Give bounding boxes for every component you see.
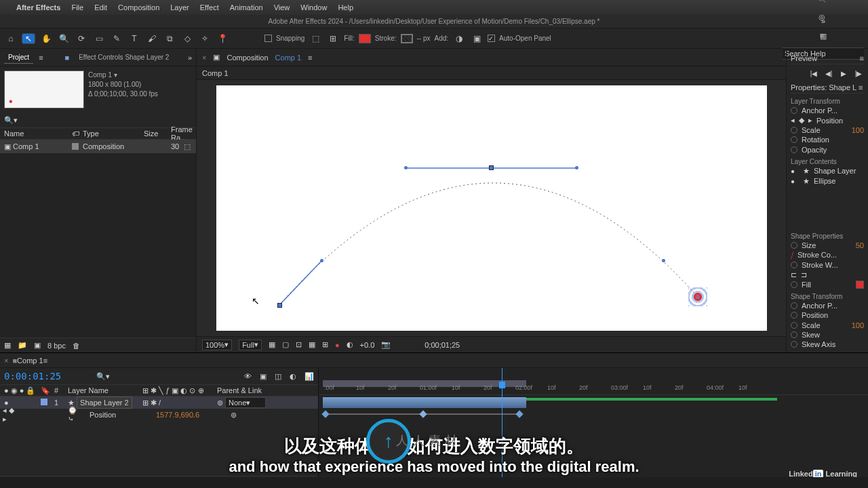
timeline-tab[interactable]: Comp 1 <box>17 357 43 365</box>
selection-tool[interactable]: ↖ <box>22 33 35 44</box>
autopanel-checkbox[interactable] <box>488 35 495 42</box>
col-type[interactable]: Type <box>83 129 144 138</box>
linecap-icon[interactable]: ⊏ <box>791 270 797 279</box>
project-search-icon[interactable]: 🔍▾ <box>4 116 18 125</box>
canvas[interactable]: ↖ <box>216 85 767 331</box>
bezier-handle-3[interactable] <box>575 166 578 169</box>
prop-size[interactable]: Size <box>802 241 816 249</box>
play-button[interactable]: ▶ <box>838 68 849 78</box>
tl-col-parent[interactable]: Parent & Link <box>217 386 262 394</box>
bezier-handle-4[interactable] <box>662 259 665 262</box>
visibility-icon-2[interactable]: ● <box>791 178 799 185</box>
folder-icon[interactable]: 📁 <box>18 341 27 350</box>
app-name[interactable]: After Effects <box>16 3 60 12</box>
zoom-tool[interactable]: 🔍 <box>57 32 71 45</box>
rect-tool[interactable]: ▭ <box>92 32 106 45</box>
menu-layer[interactable]: Layer <box>170 3 189 12</box>
keyframe-3[interactable] <box>515 410 523 418</box>
snapshot-icon[interactable]: 📷 <box>381 340 391 349</box>
bpc-toggle[interactable]: 8 bpc <box>47 342 66 350</box>
prop-stroke-width[interactable]: Stroke W... <box>802 261 838 269</box>
project-item-comp1[interactable]: ▣ Comp 1 Composition 30⬚ <box>0 140 196 153</box>
guides-icon[interactable]: ⊞ <box>322 340 328 349</box>
prop-stroke-color[interactable]: Stroke Co... <box>797 251 837 259</box>
preview-menu-icon[interactable]: ≡ <box>860 54 864 62</box>
comp-tab-label[interactable]: Composition <box>226 54 268 62</box>
opacity-stopwatch-icon[interactable] <box>791 146 797 153</box>
timeline-tab-menu-icon[interactable]: ≡ <box>43 357 47 365</box>
new-comp-icon[interactable]: ▣ <box>34 341 41 350</box>
stroke-swatch[interactable] <box>401 34 413 43</box>
col-name[interactable]: Name <box>0 129 68 138</box>
graph-editor-icon[interactable]: 📊 <box>304 372 314 381</box>
prop-skew-axis[interactable]: Skew Axis <box>802 340 835 348</box>
add-menu-icon[interactable]: ◑ <box>452 32 466 45</box>
snapping-checkbox[interactable] <box>264 35 272 42</box>
prev-frame-button[interactable]: ◀| <box>823 68 834 78</box>
next-frame-button[interactable]: |▶ <box>853 68 864 78</box>
roto-tool[interactable]: ✧ <box>198 32 212 45</box>
next-kf-icon[interactable]: ▸ <box>808 116 812 125</box>
shape-properties-section[interactable]: Shape Properties <box>791 232 864 240</box>
menu-effect[interactable]: Effect <box>200 3 219 12</box>
prop-anchor2[interactable]: Anchor P... <box>802 302 837 310</box>
bezier-handle-1[interactable] <box>320 259 323 262</box>
linecap2-icon[interactable]: ⊐ <box>801 270 807 279</box>
comp-thumbnail[interactable] <box>4 70 84 108</box>
timeline-layer-row[interactable]: ● 1 ★ Shape Layer 2 ⊞ ✱ / ⊚ None ▾ <box>0 396 318 409</box>
tabs-overflow-icon[interactable]: » <box>188 54 192 62</box>
zoom-dropdown[interactable]: 100% ▾ <box>202 340 232 350</box>
menu-file[interactable]: File <box>71 3 83 12</box>
shy-icon[interactable]: 👁 <box>244 372 252 380</box>
prev-kf-icon[interactable]: ◂ <box>791 116 795 125</box>
menu-help[interactable]: Help <box>338 3 353 12</box>
project-empty-area[interactable] <box>0 153 196 338</box>
snap-opt1-icon[interactable]: ⬚ <box>309 32 322 45</box>
viewer-timecode[interactable]: 0;00;01;25 <box>425 341 460 349</box>
prop-scale[interactable]: Scale <box>802 126 821 134</box>
col-size[interactable]: Size <box>144 129 171 138</box>
prop-fill[interactable]: Fill <box>802 281 811 289</box>
kf-diamond-icon[interactable]: ◆ <box>799 116 804 125</box>
content-ellipse[interactable]: Ellipse <box>814 177 835 185</box>
menu-edit[interactable]: Edit <box>94 3 107 12</box>
layer-transform-section[interactable]: Layer Transform <box>791 98 864 105</box>
eraser-tool[interactable]: ◇ <box>180 32 194 45</box>
fill-color-swatch[interactable] <box>856 281 864 289</box>
layer-duration-bar[interactable] <box>323 397 526 408</box>
exposure-value[interactable]: +0.0 <box>360 341 375 349</box>
menu-animation[interactable]: Animation <box>230 3 263 12</box>
prop-anchor[interactable]: Anchor P... <box>802 106 837 115</box>
parent-dropdown[interactable]: None ▾ <box>225 397 266 408</box>
timeline-search-icon[interactable]: 🔍▾ <box>96 372 110 381</box>
layer-contents-section[interactable]: Layer Contents <box>791 158 864 165</box>
trash-icon[interactable]: 🗑 <box>73 342 80 350</box>
comp-tab-close-icon[interactable]: × <box>202 54 206 62</box>
menu-window[interactable]: Window <box>300 3 327 12</box>
home-tool[interactable]: ⌂ <box>4 32 18 45</box>
stroke-width[interactable]: -- px <box>417 35 431 42</box>
keyframe-2[interactable] <box>419 410 427 418</box>
prop-opacity[interactable]: Opacity <box>802 146 827 154</box>
props-menu-icon[interactable]: ≡ <box>859 83 863 92</box>
timeline-track-area[interactable]: :00f 10f 20f 01:00f 10f 20f 02:00f 10f 2… <box>319 368 868 488</box>
roi-icon[interactable]: ⊡ <box>296 340 302 349</box>
stroke-none-icon[interactable]: ⧸ <box>791 251 793 260</box>
content-shape-layer[interactable]: Shape Layer <box>814 167 856 175</box>
prop-skew[interactable]: Skew <box>802 331 820 339</box>
pen-tool[interactable]: ✎ <box>110 32 123 45</box>
orbit-tool[interactable]: ⟳ <box>75 32 88 45</box>
hand-tool[interactable]: ✋ <box>39 32 53 45</box>
grid-icon[interactable]: ▦ <box>309 340 315 349</box>
mask-toggle-icon[interactable]: ▢ <box>282 340 289 349</box>
resolution-dropdown[interactable]: Full ▾ <box>239 340 262 350</box>
type-tool[interactable]: T <box>127 32 141 45</box>
bezier-handle-2[interactable] <box>404 166 408 169</box>
comp-tab-name[interactable]: Comp 1 <box>275 54 302 62</box>
fill-swatch[interactable] <box>359 34 371 43</box>
timeline-property-row[interactable]: ◂ ◆ ▸ ⌚ ⤷ Position 1577.9,690.6 ⊚ <box>0 409 318 421</box>
menu-composition[interactable]: Composition <box>118 3 159 12</box>
timeline-tab-close-icon[interactable]: × <box>4 357 8 365</box>
bezier-icon[interactable]: ▣ <box>470 32 484 45</box>
keyframe-anchor-mid[interactable] <box>489 165 494 170</box>
